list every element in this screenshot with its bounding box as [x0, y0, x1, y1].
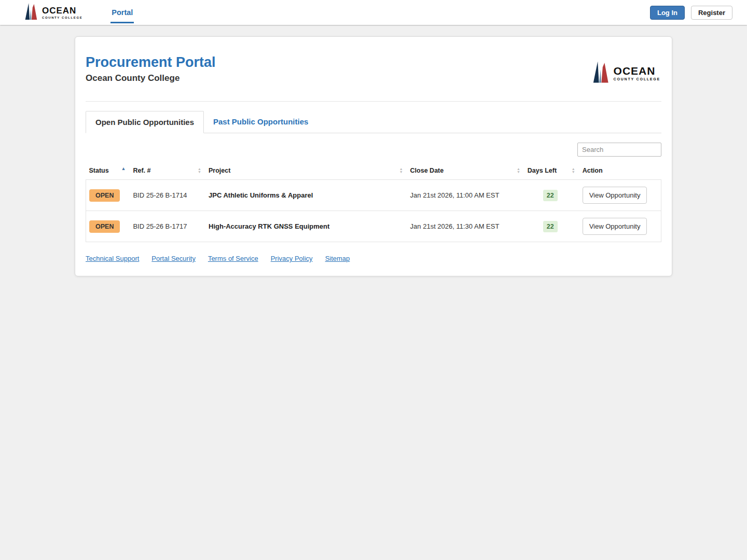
- nav-portal-link[interactable]: Portal: [110, 2, 134, 23]
- search-input[interactable]: [577, 143, 661, 157]
- column-header-project[interactable]: Project ▲▼: [205, 163, 407, 180]
- tab-past-public-opportunities[interactable]: Past Public Opportunities: [204, 111, 317, 133]
- status-badge: OPEN: [89, 189, 120, 202]
- brand-name: OCEAN: [614, 65, 660, 76]
- top-navbar: OCEAN COUNTY COLLEGE Portal Log In Regis…: [0, 0, 747, 25]
- brand-subtitle: COUNTY COLLEGE: [42, 16, 82, 19]
- brand-text: OCEAN COUNTY COLLEGE: [42, 6, 82, 19]
- action-cell: View Opportunity: [579, 211, 661, 242]
- view-opportunity-button[interactable]: View Opportunity: [583, 218, 647, 235]
- tab-open-public-opportunities[interactable]: Open Public Opportunities: [86, 111, 204, 133]
- column-header-days-left[interactable]: Days Left ▲▼: [524, 163, 579, 180]
- sort-icon: ▲▼: [399, 167, 403, 174]
- footer-link-sitemap[interactable]: Sitemap: [325, 255, 350, 262]
- footer-links: Technical Support Portal Security Terms …: [86, 255, 661, 262]
- login-button[interactable]: Log In: [650, 6, 685, 20]
- navbar-brand[interactable]: OCEAN COUNTY COLLEGE: [22, 2, 82, 23]
- column-header-action: Action: [579, 163, 661, 180]
- page-title: Procurement Portal: [86, 54, 216, 71]
- card-brand-logo: OCEAN COUNTY COLLEGE: [589, 60, 660, 87]
- project-cell: High-Accuracy RTK GNSS Equipment: [205, 211, 407, 242]
- brand-text: OCEAN COUNTY COLLEGE: [614, 65, 660, 81]
- column-header-status[interactable]: Status ▲: [86, 163, 130, 180]
- opportunities-table: Status ▲ Ref. # ▲▼: [86, 163, 661, 242]
- sort-ascending-icon: ▲: [121, 166, 126, 171]
- procurement-portal-card: Procurement Portal Ocean County College …: [75, 36, 672, 276]
- close-date-cell: Jan 21st 2026, 11:30 AM EST: [407, 211, 524, 242]
- register-button[interactable]: Register: [691, 6, 732, 20]
- status-badge: OPEN: [89, 220, 120, 233]
- ref-cell: BID 25-26 B-1714: [130, 180, 205, 211]
- column-label: Action: [583, 167, 603, 174]
- table-row: OPEN BID 25-26 B-1717 High-Accuracy RTK …: [86, 211, 661, 242]
- opportunity-tabs: Open Public Opportunities Past Public Op…: [86, 111, 661, 133]
- table-header-row: Status ▲ Ref. # ▲▼: [86, 163, 661, 180]
- column-label: Close Date: [410, 167, 444, 174]
- column-label: Status: [89, 167, 109, 174]
- brand-subtitle: COUNTY COLLEGE: [614, 77, 660, 81]
- days-left-badge: 22: [543, 221, 558, 232]
- view-opportunity-button[interactable]: View Opportunity: [583, 187, 647, 204]
- status-cell: OPEN: [86, 180, 130, 211]
- footer-link-technical-support[interactable]: Technical Support: [86, 255, 139, 262]
- occ-sails-logo-icon: [22, 2, 39, 23]
- days-left-cell: 22: [524, 211, 579, 242]
- column-header-close-date[interactable]: Close Date ▲▼: [407, 163, 524, 180]
- sort-icon: ▲▼: [198, 167, 201, 174]
- action-cell: View Opportunity: [579, 180, 661, 211]
- column-header-ref[interactable]: Ref. # ▲▼: [130, 163, 205, 180]
- column-label: Project: [209, 167, 230, 174]
- close-date-cell: Jan 21st 2026, 11:00 AM EST: [407, 180, 524, 211]
- brand-name: OCEAN: [42, 6, 82, 15]
- navbar-actions: Log In Register: [650, 6, 732, 20]
- search-row: [86, 143, 661, 157]
- header-divider: [86, 101, 661, 102]
- days-left-badge: 22: [543, 190, 558, 201]
- occ-sails-logo-icon: [589, 60, 612, 87]
- project-cell: JPC Athletic Uniforms & Apparel: [205, 180, 407, 211]
- footer-link-privacy-policy[interactable]: Privacy Policy: [271, 255, 313, 262]
- column-label: Ref. #: [133, 167, 150, 174]
- column-label: Days Left: [528, 167, 557, 174]
- ref-cell: BID 25-26 B-1717: [130, 211, 205, 242]
- status-cell: OPEN: [86, 211, 130, 242]
- footer-link-terms-of-service[interactable]: Terms of Service: [208, 255, 258, 262]
- footer-link-portal-security[interactable]: Portal Security: [151, 255, 196, 262]
- main-content: Procurement Portal Ocean County College …: [0, 25, 747, 276]
- sort-icon: ▲▼: [517, 167, 520, 174]
- sort-icon: ▲▼: [572, 167, 575, 174]
- table-row: OPEN BID 25-26 B-1714 JPC Athletic Unifo…: [86, 180, 661, 211]
- card-header: Procurement Portal Ocean County College …: [86, 47, 661, 87]
- page-subtitle: Ocean County College: [86, 73, 216, 83]
- days-left-cell: 22: [524, 180, 579, 211]
- card-titles: Procurement Portal Ocean County College: [86, 47, 216, 83]
